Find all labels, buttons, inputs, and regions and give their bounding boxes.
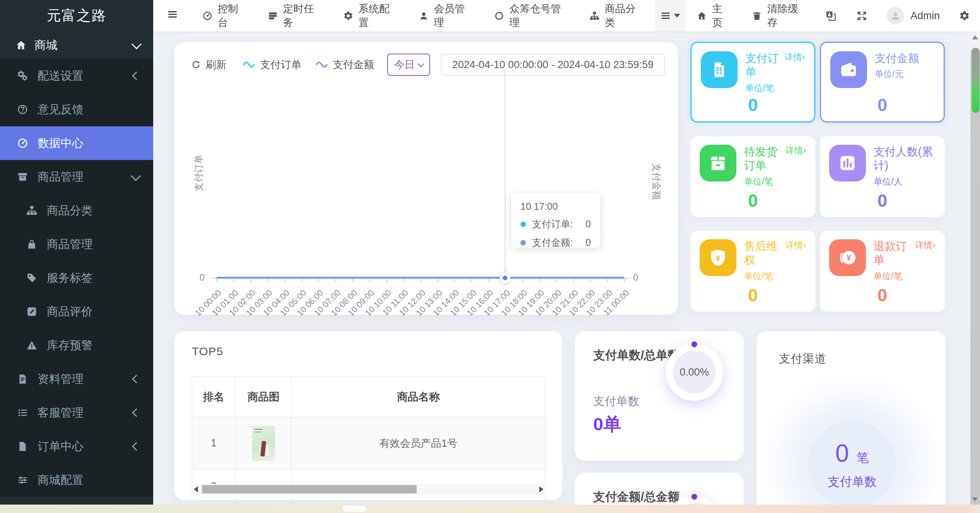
- sitemap-icon: [589, 11, 600, 21]
- card-detail-link[interactable]: 详情›: [784, 51, 805, 79]
- topnav-item-4[interactable]: 会员管理: [408, 0, 484, 31]
- pencil-icon: [25, 306, 39, 317]
- nav-home-button[interactable]: 主页: [686, 0, 741, 31]
- card-detail-link[interactable]: 详情›: [785, 239, 806, 267]
- card-info: 支付订单详情›单位/笔: [745, 51, 805, 94]
- pay-count-gauge: 0.00%: [666, 343, 723, 401]
- user-menu[interactable]: Admin: [877, 0, 949, 31]
- svg-text:¥: ¥: [846, 253, 851, 263]
- sidebar-item-1[interactable]: 商城: [0, 31, 153, 59]
- sidebar-item-9[interactable]: 商品评价: [0, 295, 153, 328]
- dashboard-icon: [15, 137, 30, 149]
- sidebar-menu: 商城配送设置意见反馈数据中心商品管理商品分类商品管理服务标签商品评价库存预警资料…: [0, 31, 153, 497]
- nav-dropdown-toggle[interactable]: [654, 0, 686, 31]
- sidebar-item-8[interactable]: 服务标签: [0, 261, 153, 295]
- scroll-up-arrow-icon[interactable]: [972, 35, 978, 39]
- sidebar-item-5[interactable]: 商品管理: [0, 160, 153, 194]
- sidebar-item-10[interactable]: 库存预警: [0, 328, 153, 362]
- top5-title: TOP5: [192, 345, 562, 358]
- product-name-cell: 有效会员产品1号: [291, 417, 545, 469]
- stat-cards: 支付订单详情›单位/笔0支付金额单位/元0待发货订单详情›单位/笔0支付人数(累…: [690, 42, 946, 312]
- data-point-marker[interactable]: [500, 273, 510, 283]
- pay-channel-title: 支付渠道: [779, 351, 826, 367]
- card-value: 0: [829, 285, 936, 306]
- sidebar-item-6[interactable]: 商品分类: [0, 194, 153, 227]
- stat-card-2[interactable]: 支付金额单位/元0: [820, 42, 945, 123]
- channel-unit: 笔: [857, 449, 869, 466]
- scroll-down-arrow-icon[interactable]: [972, 497, 978, 502]
- sidebar-item-12[interactable]: 客服管理: [0, 396, 153, 430]
- vertical-scrollbar-thumb[interactable]: [971, 47, 980, 113]
- card-title: 退款订单: [874, 239, 912, 267]
- series-dot-icon: [520, 222, 526, 227]
- sidebar-item-label: 意见反馈: [38, 102, 83, 118]
- gauge-dot: [692, 341, 697, 347]
- sidebar-item-4[interactable]: 数据中心: [0, 126, 153, 160]
- series-dot-icon: [520, 240, 526, 245]
- sidebar-item-3[interactable]: 意见反馈: [0, 93, 153, 126]
- sidebar-item-7[interactable]: 商品管理: [0, 227, 153, 261]
- top5-col-header: 商品名称: [291, 377, 545, 417]
- card-value: 0: [700, 190, 806, 211]
- chart-panel: 刷新 支付订单支付金额 今日 2024-04-10 00:00:00 - 202…: [174, 42, 678, 315]
- topnav-item-2[interactable]: 定时任务: [257, 0, 333, 31]
- stat-card-1[interactable]: 支付订单详情›单位/笔0: [690, 42, 815, 123]
- gauge-dot: [692, 494, 697, 500]
- card-title-row: 支付人数(累计): [874, 145, 936, 173]
- table-row[interactable]: 1有效会员产品1号: [192, 417, 545, 469]
- pay-channel-panel: 支付渠道 0 笔 支付单数: [757, 331, 946, 513]
- card-detail-link[interactable]: 详情›: [915, 239, 936, 267]
- stat-card-3[interactable]: 待发货订单详情›单位/笔0: [690, 136, 815, 217]
- horizontal-scrollbar-thumb[interactable]: [343, 506, 366, 512]
- nav-clear-cache-button[interactable]: 清除缓存: [741, 0, 815, 31]
- receipt-icon: [701, 51, 738, 88]
- scroll-left-arrow-icon[interactable]: [194, 486, 198, 492]
- top5-horizontal-scrollbar[interactable]: [191, 484, 546, 495]
- top5-scrollbar-thumb[interactable]: [202, 485, 417, 493]
- x-tick: [267, 279, 268, 282]
- topnav-item-1[interactable]: 控制台: [192, 0, 257, 31]
- sidebar-item-2[interactable]: 配送设置: [0, 59, 153, 93]
- vertical-scrollbar[interactable]: [970, 31, 980, 505]
- card-detail-link[interactable]: 详情›: [785, 145, 806, 173]
- topnav: 控制台定时任务系统配置会员管理众筹仓号管理商品分类 主页 清除缓存 Admin: [153, 0, 980, 31]
- stat-card-4[interactable]: 支付人数(累计)单位/人0: [820, 136, 945, 217]
- settings-button[interactable]: [949, 0, 980, 31]
- card-unit: 单位/笔: [874, 270, 936, 282]
- pay-count-ratio-title: 支付单数/总单数: [593, 347, 680, 363]
- chevron-left-icon: [132, 375, 141, 384]
- x-tick: [488, 279, 489, 282]
- sidebar-item-13[interactable]: 订单中心: [0, 430, 153, 463]
- topnav-item-5[interactable]: 众筹仓号管理: [484, 0, 579, 31]
- x-tick: [573, 279, 574, 282]
- caret-down-icon: [674, 14, 680, 18]
- language-button[interactable]: [815, 0, 846, 31]
- product-image[interactable]: [252, 426, 275, 461]
- x-tick: [420, 279, 421, 282]
- language-icon: [825, 10, 836, 21]
- x-tick: [454, 279, 455, 282]
- channel-chart-center[interactable]: 0 笔 支付单数: [808, 421, 896, 509]
- top5-col-header: 排名: [192, 377, 236, 417]
- stat-card-6[interactable]: ¥退款订单详情›单位/笔0: [820, 231, 945, 312]
- stat-card-5[interactable]: ¥售后维权详情›单位/笔0: [690, 231, 815, 312]
- circle-icon: [494, 11, 504, 21]
- gear-icon: [959, 10, 970, 21]
- sidebar-item-14[interactable]: 商城配置: [0, 463, 153, 497]
- fullscreen-button[interactable]: [846, 0, 877, 31]
- x-tick: [352, 279, 353, 282]
- sidebar-item-11[interactable]: 资料管理: [0, 362, 153, 396]
- user-icon: [419, 11, 429, 21]
- tooltip-title: 10 17:00: [520, 201, 591, 212]
- topnav-item-6[interactable]: 商品分类: [579, 0, 654, 31]
- top5-table: 排名商品图商品名称 1有效会员产品1号2: [191, 376, 546, 500]
- scroll-right-arrow-icon[interactable]: [539, 486, 543, 492]
- x-tick: [607, 279, 608, 282]
- card-title: 待发货订单: [744, 145, 782, 173]
- x-tick: [301, 279, 302, 282]
- card-top: 待发货订单详情›单位/笔: [700, 145, 806, 188]
- sidebar-toggle-button[interactable]: [153, 9, 192, 23]
- horizontal-scrollbar[interactable]: [0, 505, 970, 513]
- topnav-item-3[interactable]: 系统配置: [333, 0, 408, 31]
- card-value: 0: [829, 190, 936, 211]
